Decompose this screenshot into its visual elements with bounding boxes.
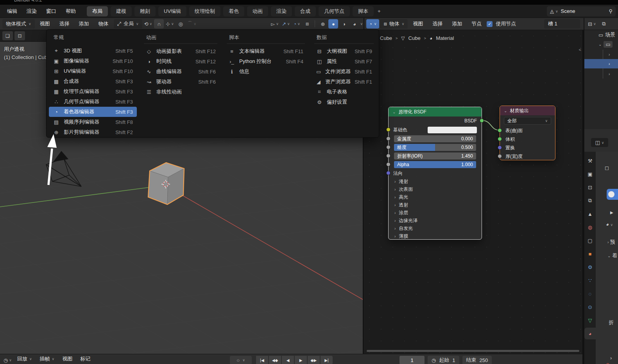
editor-menu-item[interactable]: ▭ 文件浏览器 Shift F1 — [312, 66, 376, 77]
outliner-item-row[interactable]: › — [584, 50, 618, 59]
shading-wireframe-button[interactable]: ⊕ — [318, 19, 328, 29]
proportional-edit-toggle[interactable]: ◎ — [176, 19, 186, 29]
base-color-socket[interactable] — [386, 127, 391, 132]
outliner-filter-button[interactable]: ⧉ — [599, 19, 609, 29]
tweak-tool-button[interactable]: ❏ — [2, 31, 13, 40]
preview-panel-header[interactable]: › 预 — [607, 238, 615, 246]
editor-menu-item[interactable]: ▦ 纹理节点编辑器 Shift F3 — [49, 86, 137, 97]
workspace-tab[interactable]: 建模 — [111, 6, 132, 16]
input-socket[interactable] — [498, 154, 502, 158]
collapsed-section[interactable]: › 漫射 — [389, 178, 482, 185]
input-socket[interactable] — [498, 145, 502, 150]
overlays-toggle[interactable]: ◔∨ — [292, 19, 301, 29]
sh-menu-add[interactable]: 添加 — [448, 20, 466, 27]
properties-tab[interactable]: ▣ — [584, 168, 596, 180]
snap-target-dropdown[interactable]: ⊹∨ — [165, 19, 175, 29]
material-output-node[interactable]: ⌄ 材质输出 全部 ∨ 表(曲)面 — [500, 106, 555, 160]
select-box-tool-button[interactable]: ⊡ — [14, 31, 25, 40]
collapsed-section[interactable]: › 高光 — [389, 193, 482, 201]
show-objects-dropdown[interactable]: ▻∨ — [270, 19, 280, 29]
properties-tab[interactable]: ▲ — [584, 208, 596, 220]
collapsed-section[interactable]: › 涂层 — [389, 209, 482, 217]
metallic-socket[interactable] — [386, 136, 391, 141]
menu-help[interactable]: 帮助 — [61, 8, 81, 15]
workspace-tab[interactable]: 渲染 — [271, 6, 292, 16]
value-slider[interactable]: 糙度 0.500 — [394, 144, 476, 151]
editor-menu-item[interactable]: ℹ 信息 — [224, 66, 307, 77]
collapsed-section[interactable]: › 次表面 — [389, 185, 482, 193]
properties-tab[interactable]: ⧉ — [584, 195, 596, 206]
use-nodes-checkbox[interactable]: ✓ — [487, 21, 493, 27]
editor-menu-item[interactable]: ↝ 驱动器 Shift F6 — [142, 77, 220, 87]
shading-dropdown[interactable]: ∨ — [360, 22, 363, 26]
playback-button[interactable]: ▶| — [321, 356, 333, 364]
keying-menu[interactable]: 插帧∨ — [36, 355, 58, 362]
outliner-scene-row[interactable]: ▭ 场景 — [584, 30, 618, 39]
workspace-tab[interactable]: 雕刻 — [134, 6, 156, 16]
menu-render[interactable]: 渲染 — [22, 8, 41, 15]
region-collapse-chevron[interactable]: < — [579, 47, 581, 52]
sh-menu-select[interactable]: 选择 — [428, 20, 447, 27]
bsdf-output-socket[interactable] — [480, 118, 484, 123]
output-node-header[interactable]: ⌄ 材质输出 — [500, 106, 555, 115]
frame-select-icon[interactable]: ◻ — [605, 165, 609, 171]
properties-tab[interactable]: ⊡ — [584, 181, 596, 193]
alpha-socket[interactable] — [386, 162, 391, 167]
workspace-tab[interactable]: UV编辑 — [158, 6, 186, 16]
playback-button[interactable]: ◀ — [282, 356, 294, 364]
editor-menu-item[interactable]: ◫ 属性 Shift F7 — [312, 56, 376, 66]
workspace-tab[interactable]: 合成 — [295, 6, 316, 16]
value-slider[interactable]: Alpha 1.000 — [394, 161, 476, 168]
input-socket[interactable] — [498, 128, 502, 133]
shader-editor[interactable]: Cube > ▽ Cube > ◕ Material < ⌄ 原理化 BSDF … — [364, 30, 582, 354]
editor-menu-item[interactable]: ⌗ 电子表格 — [312, 87, 376, 97]
vp-menu-object[interactable]: 物体 — [94, 20, 113, 27]
menu-window[interactable]: 窗口 — [41, 8, 61, 15]
editor-menu-item[interactable]: ≡ 文本编辑器 Shift F11 — [224, 46, 307, 56]
playback-menu[interactable]: 回放∨ — [14, 355, 36, 362]
playback-button[interactable]: |◀ — [256, 356, 268, 364]
playback-button[interactable]: ◆▶ — [308, 356, 320, 364]
base-color-swatch[interactable] — [428, 127, 477, 133]
collection-icon[interactable]: ▭ — [604, 41, 612, 48]
playback-button[interactable]: ◀◆ — [269, 356, 281, 364]
value-slider[interactable]: 折射率(IOR) 1.450 — [394, 152, 476, 160]
properties-tab[interactable]: ▽ — [584, 314, 596, 326]
cube-object[interactable] — [148, 163, 184, 204]
collapsed-section[interactable]: › 薄膜 — [389, 232, 482, 240]
properties-tab[interactable]: ◍ — [584, 221, 596, 233]
workspace-tab[interactable]: 几何节点 — [319, 6, 350, 16]
mode-dropdown[interactable]: 物体模式∨ — [2, 19, 35, 29]
editor-menu-item[interactable]: ∴ 几何节点编辑器 Shift F3 — [49, 97, 137, 107]
principled-bsdf-node[interactable]: ⌄ 原理化 BSDF BSDF 基础色 金属度 0.000 — [388, 107, 482, 240]
sh-menu-view[interactable]: 视图 — [408, 20, 427, 27]
properties-tab[interactable]: ◌ — [584, 288, 596, 299]
material-preview-button[interactable] — [607, 189, 618, 200]
vp-menu-select[interactable]: 选择 — [55, 20, 74, 27]
snap-toggle[interactable]: ∩ — [154, 19, 164, 29]
material-browse-dropdown[interactable]: ◕ ∨ — [606, 221, 613, 227]
editor-menu-item[interactable]: ⊞ UV编辑器 Shift F10 — [49, 66, 137, 76]
material-slot-field[interactable]: 槽 1 — [544, 19, 580, 29]
horizontal-scrollbar[interactable] — [367, 350, 579, 352]
surface-panel-header[interactable]: ⌄ 着 — [607, 252, 617, 259]
properties-tab[interactable]: ◕ — [584, 328, 596, 339]
editor-menu-item[interactable]: ›_ Python 控制台 Shift F4 — [224, 56, 307, 66]
workspace-tab[interactable]: 动画 — [247, 6, 268, 16]
playback-sync-dropdown[interactable]: ○∨ — [230, 356, 252, 364]
xray-toggle[interactable]: ⧈ — [302, 19, 312, 29]
expand-arrow-icon[interactable]: ▶ — [610, 210, 613, 215]
scene-collection-label[interactable]: 场景 — [605, 31, 615, 38]
add-workspace-button[interactable]: + — [374, 7, 385, 15]
marker-menu[interactable]: 标记 — [77, 355, 94, 362]
editor-menu-item[interactable]: ⊕ 影片剪辑编辑器 Shift F2 — [49, 127, 137, 137]
workspace-tab[interactable]: 着色 — [223, 6, 244, 16]
shading-material-button[interactable]: ◑ — [339, 19, 349, 29]
menu-edit[interactable]: 编辑 — [2, 8, 22, 15]
editor-menu-item[interactable]: ▤ 视频序列编辑器 Shift F8 — [49, 117, 137, 127]
scene-selector[interactable]: ◬∨ Scene ⚲ — [547, 6, 616, 16]
properties-tab[interactable]: ■ — [584, 248, 596, 260]
editor-menu-item[interactable]: ⚙ 偏好设置 — [312, 97, 376, 107]
ior-socket[interactable] — [386, 154, 391, 158]
pivot-dropdown[interactable]: ⟲∨ — [143, 19, 154, 29]
